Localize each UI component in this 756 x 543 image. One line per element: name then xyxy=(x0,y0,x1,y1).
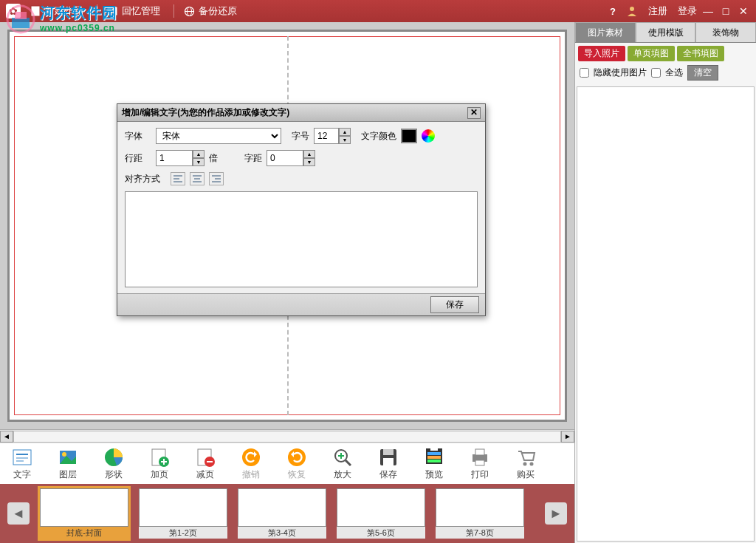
layer-tool[interactable]: 图层 xyxy=(52,446,84,481)
horizontal-scrollbar[interactable]: ◄ ► xyxy=(0,429,574,443)
color-swatch[interactable] xyxy=(401,129,417,143)
size-down-button[interactable]: ▼ xyxy=(339,136,351,144)
char-up-button[interactable]: ▲ xyxy=(303,150,315,158)
close-button[interactable]: ✕ xyxy=(737,5,750,17)
size-label: 字号 xyxy=(292,130,309,143)
redo-label: 恢复 xyxy=(288,468,306,481)
separator xyxy=(173,4,174,18)
panel-subtabs: 导入照片 单页填图 全书填图 xyxy=(575,43,756,61)
thumb-p34[interactable]: 第3-4页 xyxy=(238,488,326,539)
preview-tool[interactable]: 预览 xyxy=(418,446,450,481)
redo-tool[interactable]: 恢复 xyxy=(281,446,313,481)
scroll-track[interactable] xyxy=(13,431,561,443)
filmstrip-prev-button[interactable]: ◄ xyxy=(7,502,30,525)
shape-label: 形状 xyxy=(105,468,123,481)
import-photo-button[interactable]: 导入照片 xyxy=(578,46,625,61)
buy-tool[interactable]: 购买 xyxy=(509,446,542,481)
line-spacing-spinner[interactable]: ▲▼ xyxy=(156,150,205,166)
line-spacing-input[interactable] xyxy=(156,150,193,166)
toolbar: 文字 图层 形状 加页 减页 撤销 恢复 放大 保存 预览 打印 购买 xyxy=(0,443,574,484)
save-label: 保存 xyxy=(379,468,397,481)
thumb-cover[interactable]: 封底-封面 xyxy=(40,488,128,539)
app-logo-icon: ✿ xyxy=(6,4,21,18)
material-list[interactable] xyxy=(577,86,755,542)
align-right-button[interactable] xyxy=(209,172,224,185)
text-content-area[interactable] xyxy=(125,191,478,287)
save-tool[interactable]: 保存 xyxy=(372,446,405,481)
size-up-button[interactable]: ▲ xyxy=(339,128,351,136)
add-page-tool[interactable]: 加页 xyxy=(143,446,176,481)
tab-material[interactable]: 图片素材 xyxy=(575,22,636,42)
memory-mgmt-button[interactable]: 回忆管理 xyxy=(106,4,160,18)
tab-template[interactable]: 使用模版 xyxy=(636,22,696,42)
dialog-close-button[interactable]: ✕ xyxy=(467,107,481,119)
fill-book-button[interactable]: 全书填图 xyxy=(677,46,724,61)
char-spacing-spinner[interactable]: ▲▼ xyxy=(267,150,315,166)
backup-restore-button[interactable]: 备份还原 xyxy=(183,4,237,18)
dialog-titlebar[interactable]: 增加/编辑文字(为您的作品添加或修改文字) ✕ xyxy=(117,104,485,122)
thumb-p78[interactable]: 第7-8页 xyxy=(436,488,524,539)
text-tool[interactable]: 文字 xyxy=(6,446,38,481)
hide-used-checkbox[interactable] xyxy=(580,68,589,78)
thumb-p12[interactable]: 第1-2页 xyxy=(139,488,227,539)
svg-rect-37 xyxy=(427,456,441,459)
scroll-left-button[interactable]: ◄ xyxy=(0,431,13,443)
font-size-spinner[interactable]: ▲▼ xyxy=(314,128,351,144)
zoom-icon xyxy=(331,446,354,468)
clear-button[interactable]: 清空 xyxy=(687,65,718,81)
new-work-button[interactable]: 新建作品 xyxy=(30,4,83,18)
del-page-label: 减页 xyxy=(196,468,214,481)
maximize-button[interactable]: □ xyxy=(719,5,732,17)
thumb-image xyxy=(139,488,227,527)
fill-page-button[interactable]: 单页填图 xyxy=(628,46,675,61)
del-page-tool[interactable]: 减页 xyxy=(189,446,221,481)
thumb-image xyxy=(337,488,425,527)
filmstrip-next-button[interactable]: ► xyxy=(545,502,567,525)
font-size-input[interactable] xyxy=(314,128,339,144)
minimize-button[interactable]: — xyxy=(701,5,715,17)
preview-label: 预览 xyxy=(425,468,443,481)
line-down-button[interactable]: ▼ xyxy=(193,158,205,166)
undo-tool[interactable]: 撤销 xyxy=(235,446,267,481)
thumb-label: 第5-6页 xyxy=(337,527,425,539)
register-button[interactable]: 注册 xyxy=(648,4,667,18)
char-spacing-input[interactable] xyxy=(267,150,303,166)
char-down-button[interactable]: ▼ xyxy=(303,158,315,166)
font-select[interactable]: 宋体 xyxy=(156,128,281,144)
memory-mgmt-label: 回忆管理 xyxy=(122,4,160,18)
text-edit-dialog: 增加/编辑文字(为您的作品添加或修改文字) ✕ 字体 宋体 字号 ▲▼ 文字颜色… xyxy=(117,103,486,316)
thumb-image xyxy=(40,488,128,527)
globe-icon xyxy=(183,5,195,17)
dialog-save-button[interactable]: 保存 xyxy=(430,296,479,313)
layer-label: 图层 xyxy=(59,468,77,481)
align-center-button[interactable] xyxy=(190,172,205,185)
help-button[interactable]: ? xyxy=(610,6,616,17)
svg-rect-10 xyxy=(13,450,31,465)
svg-point-26 xyxy=(288,448,306,466)
shape-tool[interactable]: 形状 xyxy=(97,446,130,481)
align-left-button[interactable] xyxy=(171,172,185,185)
right-panel: 图片素材 使用模版 装饰物 导入照片 单页填图 全书填图 隐藏使用图片 全选 清… xyxy=(574,22,756,543)
file-icon xyxy=(30,5,41,17)
thumb-p56[interactable]: 第5-6页 xyxy=(337,488,425,539)
print-icon xyxy=(469,446,491,468)
line-up-button[interactable]: ▲ xyxy=(193,150,205,158)
tab-decor[interactable]: 装饰物 xyxy=(695,22,756,42)
print-tool[interactable]: 打印 xyxy=(464,446,496,481)
scroll-right-button[interactable]: ► xyxy=(561,431,574,443)
hide-used-label: 隐藏使用图片 xyxy=(594,66,647,79)
panel-options: 隐藏使用图片 全选 清空 xyxy=(575,61,756,85)
select-all-checkbox[interactable] xyxy=(651,68,661,78)
user-icon[interactable] xyxy=(626,5,638,17)
thumb-label: 第3-4页 xyxy=(238,527,326,539)
thumb-label: 第7-8页 xyxy=(436,527,524,539)
thumb-label: 封底-封面 xyxy=(40,527,128,539)
new-work-label: 新建作品 xyxy=(45,4,83,18)
separator xyxy=(97,4,97,18)
color-picker-icon[interactable] xyxy=(422,129,435,143)
save-icon xyxy=(377,446,399,468)
dialog-title: 增加/编辑文字(为您的作品添加或修改文字) xyxy=(122,106,289,119)
login-button[interactable]: 登录 xyxy=(678,4,697,18)
zoom-tool[interactable]: 放大 xyxy=(326,446,359,481)
svg-rect-36 xyxy=(427,452,441,455)
